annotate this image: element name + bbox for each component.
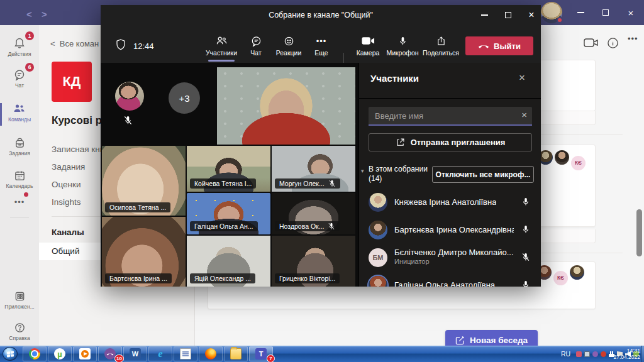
tray-viber-icon[interactable]: [592, 351, 598, 357]
tab-chat[interactable]: Чат: [238, 34, 274, 57]
attendee-avatar: [570, 265, 584, 280]
mic-on-icon[interactable]: [521, 197, 530, 209]
share-button[interactable]: Поделиться: [420, 34, 462, 57]
info-icon[interactable]: [607, 37, 619, 52]
tab-participants[interactable]: Участники: [203, 34, 240, 57]
mic-toggle[interactable]: Микрофон: [384, 34, 421, 57]
user-avatar[interactable]: [541, 2, 562, 23]
clock[interactable]: 14:31 27.04.2022: [611, 348, 640, 360]
nav-forward-icon[interactable]: >: [42, 9, 47, 19]
sidebar-item-teams[interactable]: Команды: [0, 99, 39, 132]
video-name-label: Моргун Олек...: [275, 178, 340, 189]
overflow-participants-badge[interactable]: +3: [169, 82, 200, 114]
tray-icon-2[interactable]: [601, 351, 606, 357]
mic-muted-icon: [123, 116, 133, 128]
mic-on-icon[interactable]: [521, 225, 530, 236]
back-to-teams-link[interactable]: < Все коман: [50, 39, 101, 48]
more-options-icon[interactable]: •••: [628, 34, 638, 43]
status-busy-dot: [557, 17, 563, 23]
video-tile[interactable]: Моргун Олек...: [272, 146, 355, 192]
tab-more[interactable]: ••• Еще: [303, 34, 340, 57]
clear-search-icon[interactable]: ×: [521, 109, 527, 120]
windows-taskbar: µ 10 W e T 7 RU 14:31 27.04.2022: [0, 346, 644, 362]
taskbar-firefox[interactable]: [199, 346, 223, 361]
send-invite-button[interactable]: Отправка приглашения: [369, 133, 532, 151]
participant-row[interactable]: Княжева Ірина Анатоліївна: [359, 189, 541, 216]
taskbar-notepad[interactable]: [174, 346, 197, 361]
video-tile[interactable]: Ноздрова Ок...: [272, 193, 355, 234]
sidebar-item-chat[interactable]: 6 Чат: [0, 65, 39, 98]
utorrent-icon: µ: [54, 348, 65, 359]
search-box: ×: [369, 107, 532, 126]
search-input[interactable]: [375, 107, 507, 124]
team-menu-assignments[interactable]: Задания: [52, 162, 102, 172]
nav-back-icon[interactable]: <: [26, 9, 32, 19]
video-tile-selected[interactable]: Галіцан Ольга Ан...: [187, 193, 270, 234]
tray-monitor-icon[interactable]: [584, 351, 590, 357]
attendee-initials-avatar: КЄ: [571, 156, 586, 170]
team-menu-grades[interactable]: Оценки: [52, 180, 102, 189]
participant-row[interactable]: Бартєнєва Ірина Олександрівна: [359, 216, 541, 244]
meeting-maximize-button[interactable]: [497, 5, 519, 25]
media-player-icon: [79, 348, 91, 359]
tray-icon-1[interactable]: [576, 351, 582, 357]
camera-toggle[interactable]: Камера: [350, 34, 386, 57]
panel-divider: [359, 98, 541, 99]
invite-share-icon: [396, 138, 405, 147]
video-tile[interactable]: Бартєнєва Ірина ...: [102, 217, 186, 287]
app-maximize-button[interactable]: [593, 0, 618, 25]
activity-badge: 1: [25, 31, 34, 40]
participant-row[interactable]: Галіцан Ольга Анатоліївна: [359, 272, 541, 287]
meeting-minimize-button[interactable]: [474, 5, 495, 25]
calendar-icon: [13, 168, 26, 182]
teams-people-icon: [13, 102, 26, 116]
team-avatar[interactable]: КД: [52, 62, 92, 102]
audio-participant-avatar[interactable]: [115, 82, 144, 111]
sidebar-more-icon[interactable]: •••: [0, 197, 39, 207]
bell-icon: [13, 36, 26, 50]
sidebar-item-activity[interactable]: 1 Действия: [0, 34, 39, 67]
taskbar-chrome[interactable]: [23, 346, 47, 361]
taskbar-viber[interactable]: 10: [98, 346, 122, 361]
compose-icon: [455, 336, 465, 345]
meet-camera-icon[interactable]: [584, 38, 599, 50]
taskbar-explorer[interactable]: [224, 346, 248, 361]
participant-row[interactable]: БМ Бєлітченко Дмитро Миколайо... Инициат…: [359, 244, 541, 272]
sidebar-item-calendar[interactable]: Календарь: [0, 166, 39, 199]
taskbar-media-player[interactable]: [73, 346, 97, 361]
meeting-close-button[interactable]: ×: [521, 5, 541, 25]
sidebar-item-assignments[interactable]: Задания: [0, 133, 39, 166]
tab-reactions[interactable]: Реакции: [270, 34, 307, 57]
backpack-icon: [13, 136, 26, 150]
video-name-label: Ноздрова Ок...: [275, 221, 340, 231]
chat-badge: 6: [25, 63, 34, 72]
start-button[interactable]: [3, 347, 18, 361]
show-desktop-button[interactable]: [641, 346, 644, 362]
video-tile[interactable]: Койчева Тетяна І...: [187, 146, 270, 192]
taskbar-teams[interactable]: T 7: [249, 346, 273, 361]
mute-all-button[interactable]: Отключить все микроф...: [432, 166, 534, 183]
taskbar-internet-explorer[interactable]: e: [148, 346, 172, 361]
sidebar-item-apps[interactable]: Приложен...: [0, 287, 39, 319]
language-indicator[interactable]: RU: [561, 350, 570, 358]
scrollbar-thumb[interactable]: [636, 209, 642, 256]
app-close-button[interactable]: ×: [618, 0, 643, 25]
video-tile[interactable]: Гриценко Вікторі...: [272, 236, 355, 287]
app-minimize-button[interactable]: [568, 0, 593, 25]
video-tile[interactable]: Осипова Тетяна ...: [102, 146, 186, 216]
panel-close-icon[interactable]: ×: [513, 69, 531, 87]
video-tile[interactable]: Яцій Олександр ...: [187, 236, 270, 287]
meeting-attendee-avatars: КЄ: [537, 265, 586, 285]
mic-on-icon[interactable]: [521, 280, 530, 287]
active-speaker-video[interactable]: [217, 67, 355, 145]
mic-muted-icon[interactable]: [521, 253, 530, 264]
taskbar-word[interactable]: W: [123, 346, 147, 361]
teams-icon: T: [255, 348, 267, 359]
camera-icon: [350, 34, 386, 48]
leave-meeting-button[interactable]: Выйти: [465, 36, 533, 55]
section-count: (14): [369, 174, 382, 183]
team-menu-insights[interactable]: Insights: [52, 197, 102, 207]
taskbar-utorrent[interactable]: µ: [48, 346, 72, 361]
team-menu-notebook[interactable]: Записная кни: [52, 145, 102, 154]
section-chevron-icon[interactable]: ▾: [361, 168, 364, 174]
